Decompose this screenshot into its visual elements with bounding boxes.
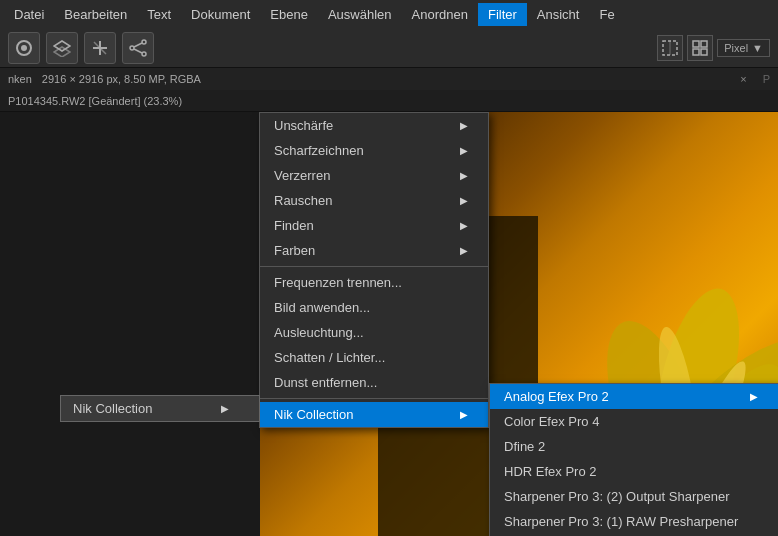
filter-ausleuchtung[interactable]: Ausleuchtung... bbox=[260, 320, 488, 345]
menubar-ebene[interactable]: Ebene bbox=[260, 3, 318, 26]
filter-verzerren[interactable]: Verzerren ▶ bbox=[260, 163, 488, 188]
dimensions-label: 2916 × 2916 px, 8.50 MP, RGBA bbox=[42, 73, 201, 85]
menubar-filter[interactable]: Filter bbox=[478, 3, 527, 26]
svg-point-1 bbox=[21, 45, 27, 51]
menubar-dokument[interactable]: Dokument bbox=[181, 3, 260, 26]
toolbar-transform-btn[interactable] bbox=[84, 32, 116, 64]
submenu-arrow-icon: ▶ bbox=[460, 145, 468, 156]
menubar-ansicht[interactable]: Ansicht bbox=[527, 3, 590, 26]
nik-hdr-efex[interactable]: HDR Efex Pro 2 bbox=[490, 459, 778, 484]
filter-farben[interactable]: Farben ▶ bbox=[260, 238, 488, 263]
toolbar-circle-btn[interactable] bbox=[8, 32, 40, 64]
menubar-anordnen[interactable]: Anordnen bbox=[402, 3, 478, 26]
divider-2 bbox=[260, 398, 488, 399]
submenu-arrow-icon: ▶ bbox=[460, 409, 468, 420]
filter-unscharfe[interactable]: Unschärfe ▶ bbox=[260, 113, 488, 138]
filter-frequenzen[interactable]: Frequenzen trennen... bbox=[260, 270, 488, 295]
nken-label: nken bbox=[8, 73, 32, 85]
filter-rauschen[interactable]: Rauschen ▶ bbox=[260, 188, 488, 213]
menubar: Datei Bearbeiten Text Dokument Ebene Aus… bbox=[0, 0, 778, 28]
svg-rect-17 bbox=[701, 49, 707, 55]
svg-rect-16 bbox=[693, 49, 699, 55]
pixel-label: Pixel bbox=[724, 42, 748, 54]
main-area: Unschärfe ▶ Scharfzeichnen ▶ Verzerren ▶… bbox=[0, 112, 778, 536]
svg-line-11 bbox=[134, 49, 142, 53]
toolbar-grid-btn[interactable] bbox=[687, 35, 713, 61]
toolbar-selection-btn[interactable] bbox=[657, 35, 683, 61]
left-panel bbox=[0, 112, 260, 536]
menubar-bearbeiten[interactable]: Bearbeiten bbox=[54, 3, 137, 26]
nik-collection-label: Nik Collection bbox=[73, 401, 152, 416]
nik-collection-sidebar[interactable]: Nik Collection ▶ bbox=[60, 395, 260, 422]
nik-collection-submenu: Analog Efex Pro 2 ▶ Color Efex Pro 4 Dfi… bbox=[489, 383, 778, 536]
toolbar-share-btn[interactable] bbox=[122, 32, 154, 64]
nik-analog-efex[interactable]: Analog Efex Pro 2 ▶ bbox=[490, 384, 778, 409]
filter-dunst-entfernen[interactable]: Dunst entfernen... bbox=[260, 370, 488, 395]
nik-color-efex[interactable]: Color Efex Pro 4 bbox=[490, 409, 778, 434]
divider-1 bbox=[260, 266, 488, 267]
menubar-text[interactable]: Text bbox=[137, 3, 181, 26]
pixel-dropdown[interactable]: Pixel ▼ bbox=[717, 39, 770, 57]
nik-sharpener-output[interactable]: Sharpener Pro 3: (2) Output Sharpener bbox=[490, 484, 778, 509]
svg-line-10 bbox=[134, 43, 142, 47]
nik-submenu-arrow-icon: ▶ bbox=[221, 403, 229, 414]
svg-point-7 bbox=[142, 40, 146, 44]
close-panel-btn[interactable]: × bbox=[740, 73, 746, 85]
filter-bild-anwenden[interactable]: Bild anwenden... bbox=[260, 295, 488, 320]
pixel-arrow-icon: ▼ bbox=[752, 42, 763, 54]
nik-sharpener-raw[interactable]: Sharpener Pro 3: (1) RAW Presharpener bbox=[490, 509, 778, 534]
svg-rect-15 bbox=[701, 41, 707, 47]
submenu-arrow-icon: ▶ bbox=[460, 245, 468, 256]
filter-finden[interactable]: Finden ▶ bbox=[260, 213, 488, 238]
svg-point-9 bbox=[130, 46, 134, 50]
svg-marker-3 bbox=[54, 47, 70, 57]
svg-marker-2 bbox=[54, 41, 70, 51]
toolbar: Pixel ▼ bbox=[0, 28, 778, 68]
submenu-arrow-icon: ▶ bbox=[750, 391, 758, 402]
titlebar: P1014345.RW2 [Geändert] (23.3%) bbox=[0, 90, 778, 112]
toolbar-layers-btn[interactable] bbox=[46, 32, 78, 64]
panel-indicator: P bbox=[763, 73, 770, 85]
submenu-arrow-icon: ▶ bbox=[460, 220, 468, 231]
svg-rect-14 bbox=[693, 41, 699, 47]
menubar-auswaehlen[interactable]: Auswählen bbox=[318, 3, 402, 26]
menubar-fe[interactable]: Fe bbox=[589, 3, 624, 26]
submenu-arrow-icon: ▶ bbox=[460, 195, 468, 206]
filter-scharfzeichnen[interactable]: Scharfzeichnen ▶ bbox=[260, 138, 488, 163]
infobar: nken 2916 × 2916 px, 8.50 MP, RGBA × P bbox=[0, 68, 778, 90]
filter-menu: Unschärfe ▶ Scharfzeichnen ▶ Verzerren ▶… bbox=[259, 112, 489, 428]
submenu-arrow-icon: ▶ bbox=[460, 120, 468, 131]
submenu-arrow-icon: ▶ bbox=[460, 170, 468, 181]
filename-label: P1014345.RW2 [Geändert] (23.3%) bbox=[8, 95, 182, 107]
svg-point-8 bbox=[142, 52, 146, 56]
menubar-datei[interactable]: Datei bbox=[4, 3, 54, 26]
filter-schatten-lichter[interactable]: Schatten / Lichter... bbox=[260, 345, 488, 370]
nik-dfine[interactable]: Dfine 2 bbox=[490, 434, 778, 459]
filter-nik-collection[interactable]: Nik Collection ▶ bbox=[260, 402, 488, 427]
